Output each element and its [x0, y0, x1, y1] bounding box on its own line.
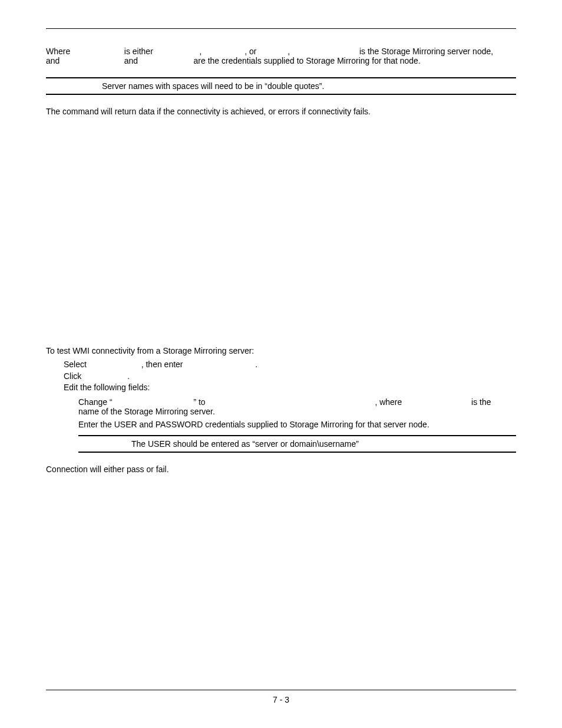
intro-comma-2: , [287, 47, 290, 56]
step1-select: Select [64, 360, 87, 369]
substep-2: Enter the USER and PASSWORD credentials … [78, 420, 516, 429]
step2-period: . [127, 371, 130, 381]
note2-text: The USER should be entered as “server or… [78, 436, 516, 452]
sub1-is-the: is the [471, 397, 491, 407]
intro-line-2: and and are the credentials supplied to … [46, 56, 516, 65]
step-2: Click . [64, 371, 516, 383]
sub1-where: , where [375, 397, 402, 407]
top-rule [46, 28, 516, 29]
page: Where is either , , or , is the Storage … [0, 0, 562, 728]
sub1-change: Change “ [78, 397, 113, 407]
intro-where: Where [46, 47, 75, 56]
step-1: Select , then enter . [64, 359, 516, 371]
intro-block: Where is either , , or , is the Storage … [46, 47, 516, 65]
para-1: The command will return data if the conn… [46, 107, 516, 116]
note-band-1: Server names with spaces will need to be… [46, 77, 516, 95]
wmi-heading: To test WMI connectivity from a Storage … [46, 346, 516, 355]
step1-period: . [255, 360, 257, 369]
sub1-to: ” to [193, 397, 205, 407]
para-2: Connection will either pass or fail. [46, 465, 516, 474]
step-3: Edit the following fields: [64, 382, 516, 394]
intro-tail-2: are the credentials supplied to Storage … [194, 56, 421, 65]
intro-and-2: and [124, 56, 142, 65]
step-list: Select , then enter . Click . Edit the f… [64, 359, 516, 394]
note1-text: Server names with spaces will need to be… [46, 78, 516, 94]
sub1-line2: name of the Storage Mirroring server. [78, 407, 215, 416]
wmi-section: To test WMI connectivity from a Storage … [46, 346, 516, 474]
substep-list: Change “ ” to , where is the name of the… [78, 397, 516, 429]
substep-1: Change “ ” to , where is the name of the… [78, 397, 516, 416]
step2-click: Click [64, 371, 81, 381]
page-number: 7 - 3 [46, 690, 516, 704]
note2-rule-bottom [78, 452, 516, 453]
footer: 7 - 3 [46, 690, 516, 704]
intro-is-either: is either [124, 47, 160, 56]
intro-or: , or [244, 47, 256, 56]
intro-comma-1: , [200, 47, 202, 56]
note1-rule-bottom [46, 94, 516, 95]
intro-and-1: and [46, 56, 64, 65]
note-band-2: The USER should be entered as “server or… [78, 435, 516, 453]
step1-then-enter: , then enter [141, 360, 183, 369]
intro-tail-1: is the Storage Mirroring server node, [359, 47, 493, 56]
intro-line-1: Where is either , , or , is the Storage … [46, 47, 516, 56]
